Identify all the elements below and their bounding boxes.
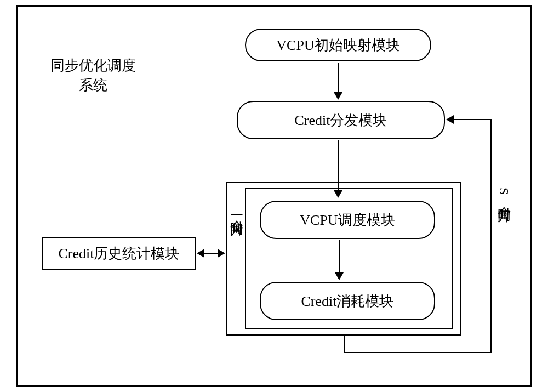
label-one-slice: 一个时间片 bbox=[228, 208, 246, 214]
arrow-init-to-dist bbox=[338, 63, 339, 93]
inner-group: VCPU调度模块 Credit消耗模块 bbox=[245, 188, 453, 329]
title-line2: 系统 bbox=[50, 76, 136, 95]
outer-frame: 同步优化调度 系统 VCPU初始映射模块 Credit分发模块 VCPU调度模块… bbox=[16, 5, 532, 387]
box-credit-dist-label: Credit分发模块 bbox=[295, 111, 387, 130]
loop-top bbox=[453, 119, 492, 120]
arrowhead-icon bbox=[334, 92, 342, 100]
arrow-sched-to-consume bbox=[339, 240, 340, 273]
loop-drop bbox=[344, 336, 345, 352]
box-credit-history-label: Credit历史统计模块 bbox=[59, 244, 180, 263]
arrowhead-left-icon bbox=[197, 249, 204, 258]
arrowhead-icon bbox=[335, 272, 344, 280]
box-credit-dist: Credit分发模块 bbox=[237, 101, 445, 139]
loop-bottom bbox=[344, 352, 492, 353]
box-credit-consume-label: Credit消耗模块 bbox=[301, 292, 394, 311]
title-line1: 同步优化调度 bbox=[50, 56, 136, 76]
arrowhead-right-icon bbox=[218, 249, 225, 258]
box-vcpu-init-label: VCPU初始映射模块 bbox=[276, 36, 399, 55]
arrow-bidir bbox=[204, 253, 218, 254]
box-credit-history: Credit历史统计模块 bbox=[42, 237, 196, 270]
loop-right bbox=[490, 119, 492, 353]
label-s-slices: S个时间片 bbox=[495, 188, 513, 200]
box-vcpu-sched: VCPU调度模块 bbox=[260, 201, 435, 239]
box-vcpu-init: VCPU初始映射模块 bbox=[245, 29, 431, 61]
loop-arrowhead-icon bbox=[446, 115, 454, 124]
box-vcpu-sched-label: VCPU调度模块 bbox=[300, 211, 395, 230]
box-credit-consume: Credit消耗模块 bbox=[260, 282, 435, 320]
system-title: 同步优化调度 系统 bbox=[50, 56, 136, 96]
